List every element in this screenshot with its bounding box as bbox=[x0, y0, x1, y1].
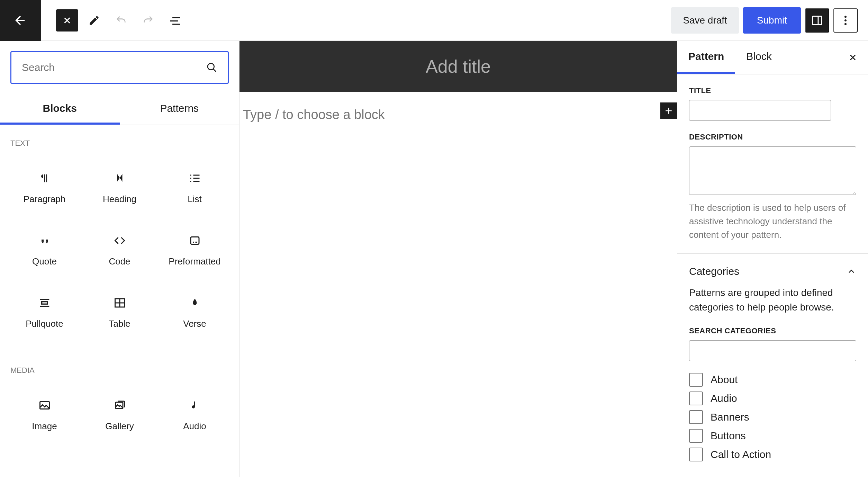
block-inserter-panel: Blocks Patterns TEXT Paragraph Heading L… bbox=[0, 41, 239, 477]
block-heading[interactable]: Heading bbox=[85, 162, 154, 214]
search-field[interactable] bbox=[10, 51, 229, 84]
block-image[interactable]: Image bbox=[10, 389, 79, 441]
list-block-icon bbox=[188, 171, 202, 186]
svg-rect-20 bbox=[42, 302, 47, 304]
preformatted-icon bbox=[188, 233, 202, 248]
pattern-title-input[interactable] bbox=[689, 100, 831, 121]
search-input[interactable] bbox=[22, 62, 206, 73]
block-label: Code bbox=[109, 256, 130, 267]
block-preformatted[interactable]: Preformatted bbox=[161, 224, 229, 276]
block-label: Image bbox=[32, 421, 57, 432]
gallery-icon bbox=[112, 398, 127, 413]
chevron-up-icon bbox=[847, 267, 856, 276]
block-verse[interactable]: Verse bbox=[161, 286, 229, 338]
block-quote[interactable]: Quote bbox=[10, 224, 79, 276]
svg-point-6 bbox=[844, 19, 847, 21]
pencil-icon bbox=[88, 15, 100, 26]
post-title-input[interactable]: Add title bbox=[239, 41, 677, 92]
block-label: Paragraph bbox=[24, 194, 65, 205]
block-code[interactable]: Code bbox=[85, 224, 154, 276]
section-label-text: TEXT bbox=[0, 125, 239, 155]
block-label: Preformatted bbox=[169, 256, 220, 267]
description-help-text: The description is used to help users of… bbox=[689, 201, 856, 242]
category-item[interactable]: Banners bbox=[689, 410, 856, 424]
svg-rect-3 bbox=[813, 16, 822, 25]
block-audio[interactable]: Audio bbox=[161, 389, 229, 441]
tools-button[interactable] bbox=[83, 9, 105, 32]
sidebar-icon bbox=[811, 14, 823, 27]
category-item[interactable]: About bbox=[689, 373, 856, 387]
block-label: Table bbox=[109, 318, 130, 329]
undo-button[interactable] bbox=[110, 9, 132, 32]
category-label: Buttons bbox=[711, 430, 746, 442]
settings-panel-toggle[interactable] bbox=[805, 8, 829, 33]
categories-header[interactable]: Categories bbox=[689, 266, 856, 277]
block-table[interactable]: Table bbox=[85, 286, 154, 338]
block-gallery[interactable]: Gallery bbox=[85, 389, 154, 441]
section-label-media: MEDIA bbox=[0, 352, 239, 382]
tab-patterns[interactable]: Patterns bbox=[120, 94, 239, 125]
checkbox[interactable] bbox=[689, 373, 703, 387]
document-overview-button[interactable] bbox=[164, 9, 186, 32]
tab-block[interactable]: Block bbox=[735, 41, 783, 74]
category-item[interactable]: Call to Action bbox=[689, 448, 856, 461]
table-icon bbox=[112, 296, 127, 310]
block-label: Quote bbox=[32, 256, 57, 267]
pullquote-icon bbox=[37, 296, 52, 310]
category-label: Call to Action bbox=[711, 449, 771, 460]
audio-icon bbox=[188, 398, 202, 413]
back-button[interactable] bbox=[0, 0, 41, 41]
heading-icon bbox=[112, 171, 127, 186]
close-icon bbox=[62, 15, 72, 26]
quote-icon bbox=[37, 233, 52, 248]
close-inserter-button[interactable] bbox=[56, 9, 78, 32]
category-item[interactable]: Buttons bbox=[689, 429, 856, 443]
save-draft-button[interactable]: Save draft bbox=[671, 7, 739, 34]
block-label: Heading bbox=[103, 194, 136, 205]
code-icon bbox=[112, 233, 127, 248]
block-paragraph[interactable]: Paragraph bbox=[10, 162, 79, 214]
checkbox[interactable] bbox=[689, 392, 703, 405]
block-label: Gallery bbox=[105, 421, 134, 432]
search-icon bbox=[206, 62, 217, 73]
svg-point-7 bbox=[844, 23, 847, 25]
category-label: Banners bbox=[711, 411, 749, 423]
title-placeholder: Add title bbox=[426, 56, 491, 77]
checkbox[interactable] bbox=[689, 410, 703, 424]
title-field-label: TITLE bbox=[689, 86, 856, 95]
block-label: Audio bbox=[183, 421, 206, 432]
add-block-button[interactable] bbox=[660, 102, 677, 119]
block-label: Verse bbox=[183, 318, 206, 329]
settings-panel: Pattern Block TITLE DESCRIPTION The desc… bbox=[677, 41, 868, 477]
redo-icon bbox=[142, 15, 154, 26]
redo-button[interactable] bbox=[137, 9, 159, 32]
category-item[interactable]: Audio bbox=[689, 392, 856, 405]
pattern-description-input[interactable] bbox=[689, 146, 856, 195]
plus-icon bbox=[663, 106, 674, 116]
image-icon bbox=[37, 398, 52, 413]
svg-rect-16 bbox=[191, 237, 199, 244]
checkbox[interactable] bbox=[689, 448, 703, 461]
verse-icon bbox=[188, 296, 202, 310]
block-pullquote[interactable]: Pullquote bbox=[10, 286, 79, 338]
paragraph-icon bbox=[37, 171, 52, 186]
options-button[interactable] bbox=[833, 8, 858, 33]
more-vertical-icon bbox=[839, 14, 852, 27]
search-categories-input[interactable] bbox=[689, 340, 856, 361]
list-icon bbox=[169, 14, 182, 27]
tab-pattern[interactable]: Pattern bbox=[677, 41, 735, 74]
block-label: Pullquote bbox=[26, 318, 63, 329]
divider bbox=[677, 253, 868, 254]
block-prompt[interactable]: Type / to choose a block bbox=[243, 107, 385, 122]
block-list[interactable]: List bbox=[161, 162, 229, 214]
tab-blocks[interactable]: Blocks bbox=[0, 94, 120, 125]
search-categories-label: SEARCH CATEGORIES bbox=[689, 326, 856, 335]
block-label: List bbox=[188, 194, 201, 205]
close-settings-button[interactable] bbox=[844, 49, 861, 66]
description-field-label: DESCRIPTION bbox=[689, 133, 856, 142]
submit-button[interactable]: Submit bbox=[743, 7, 801, 34]
checkbox[interactable] bbox=[689, 429, 703, 443]
svg-point-5 bbox=[844, 16, 847, 18]
undo-icon bbox=[115, 15, 127, 26]
close-icon bbox=[848, 53, 858, 62]
